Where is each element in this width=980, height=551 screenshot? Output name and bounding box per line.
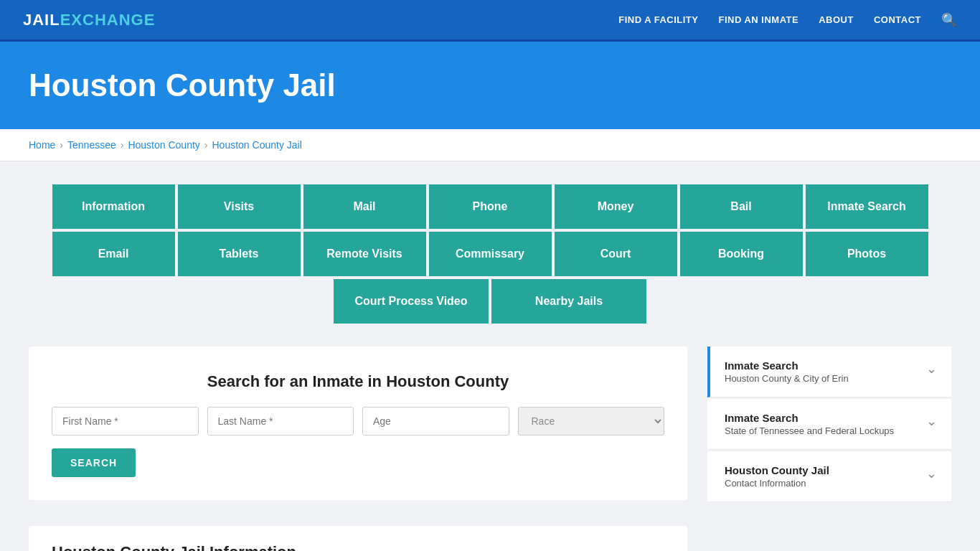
breadcrumb-houston-county-jail[interactable]: Houston County Jail xyxy=(212,139,302,151)
race-select[interactable]: Race White Black Hispanic Asian Other xyxy=(518,407,665,435)
breadcrumb-sep-2: › xyxy=(121,139,124,151)
sidebar-item-inmate-search-tennessee[interactable]: Inmate Search State of Tennessee and Fed… xyxy=(707,399,951,450)
sidebar-item-inmate-search-houston[interactable]: Inmate Search Houston County & City of E… xyxy=(707,347,951,397)
search-panel: Search for an Inmate in Houston County R… xyxy=(29,347,687,500)
info-title: Houston County Jail Information xyxy=(52,543,664,551)
btn-tablets[interactable]: Tablets xyxy=(176,230,302,278)
sidebar-item-title-2: Inmate Search xyxy=(725,412,894,424)
first-name-input[interactable] xyxy=(52,407,199,435)
last-name-input[interactable] xyxy=(207,407,354,435)
button-grid: Information Visits Mail Phone Money Bail… xyxy=(29,183,951,325)
btn-remote-visits[interactable]: Remote Visits xyxy=(302,230,428,278)
btn-photos[interactable]: Photos xyxy=(804,230,930,278)
page-title: Houston County Jail xyxy=(29,67,951,103)
sidebar-item-subtitle-3: Contact Information xyxy=(725,478,829,489)
btn-nearby-jails[interactable]: Nearby Jails xyxy=(490,278,648,325)
sidebar-item-text-1: Inmate Search Houston County & City of E… xyxy=(725,359,849,384)
sidebar-item-title-1: Inmate Search xyxy=(725,359,849,372)
chevron-down-icon-2: ⌄ xyxy=(926,413,937,429)
btn-inmate-search[interactable]: Inmate Search xyxy=(804,183,930,230)
btn-phone[interactable]: Phone xyxy=(428,183,553,230)
sidebar-item-contact-info[interactable]: Houston County Jail Contact Information … xyxy=(707,451,951,502)
search-button[interactable]: SEARCH xyxy=(52,448,136,477)
left-column: Search for an Inmate in Houston County R… xyxy=(29,347,687,551)
age-input[interactable] xyxy=(362,407,509,435)
nav-contact[interactable]: CONTACT xyxy=(874,14,921,25)
sidebar-item-text-2: Inmate Search State of Tennessee and Fed… xyxy=(725,412,894,436)
chevron-down-icon-3: ⌄ xyxy=(926,466,937,481)
sidebar-item-text-3: Houston County Jail Contact Information xyxy=(725,464,829,489)
logo-jail: JAIL xyxy=(23,11,60,29)
nav-find-inmate[interactable]: FIND AN INMATE xyxy=(718,14,798,25)
sidebar-item-title-3: Houston County Jail xyxy=(725,464,829,476)
breadcrumb-houston-county[interactable]: Houston County xyxy=(128,139,199,151)
sidebar: Inmate Search Houston County & City of E… xyxy=(707,347,951,502)
btn-court-video[interactable]: Court Process Video xyxy=(332,278,490,325)
nav-about[interactable]: ABOUT xyxy=(819,14,854,25)
search-title: Search for an Inmate in Houston County xyxy=(52,372,664,391)
btn-email[interactable]: Email xyxy=(51,230,176,278)
logo-exchange: EXCHANGE xyxy=(60,11,156,29)
sidebar-item-subtitle-1: Houston County & City of Erin xyxy=(725,373,849,384)
breadcrumb-sep-1: › xyxy=(60,139,63,151)
lower-section: Search for an Inmate in Houston County R… xyxy=(29,347,951,551)
btn-mail[interactable]: Mail xyxy=(302,183,428,230)
nav-links: FIND A FACILITY FIND AN INMATE ABOUT CON… xyxy=(618,12,957,28)
breadcrumb-sep-3: › xyxy=(204,139,208,151)
button-row-2: Email Tablets Remote Visits Commissary C… xyxy=(29,230,951,278)
main-nav: JAIL EXCHANGE FIND A FACILITY FIND AN IN… xyxy=(0,0,980,42)
chevron-down-icon-1: ⌄ xyxy=(926,361,937,377)
btn-commissary[interactable]: Commissary xyxy=(428,230,553,278)
button-row-1: Information Visits Mail Phone Money Bail… xyxy=(29,183,951,230)
btn-court[interactable]: Court xyxy=(553,230,679,278)
search-fields: Race White Black Hispanic Asian Other xyxy=(52,407,664,435)
breadcrumb-home[interactable]: Home xyxy=(29,139,55,151)
logo[interactable]: JAIL EXCHANGE xyxy=(23,11,155,29)
btn-money[interactable]: Money xyxy=(553,183,679,230)
hero-section: Houston County Jail xyxy=(0,42,980,129)
info-panel: Houston County Jail Information xyxy=(29,526,687,551)
content-wrapper: Information Visits Mail Phone Money Bail… xyxy=(0,161,980,551)
btn-information[interactable]: Information xyxy=(51,183,176,230)
nav-find-facility[interactable]: FIND A FACILITY xyxy=(618,14,698,25)
breadcrumb-tennessee[interactable]: Tennessee xyxy=(67,139,116,151)
sidebar-item-subtitle-2: State of Tennessee and Federal Lockups xyxy=(725,425,894,436)
button-row-3: Court Process Video Nearby Jails xyxy=(29,278,951,325)
breadcrumb: Home › Tennessee › Houston County › Hous… xyxy=(0,129,980,161)
btn-visits[interactable]: Visits xyxy=(176,183,302,230)
search-icon[interactable]: 🔍 xyxy=(941,12,957,28)
btn-bail[interactable]: Bail xyxy=(679,183,804,230)
btn-booking[interactable]: Booking xyxy=(679,230,804,278)
